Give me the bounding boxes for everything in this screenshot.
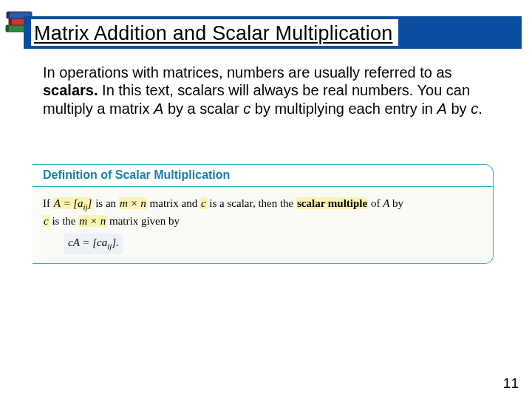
definition-body: If A = [aij] is an m × n matrix and c is… (33, 187, 493, 263)
eq: ] (88, 197, 92, 209)
dim: m × n (79, 215, 106, 227)
text: is the (50, 215, 79, 227)
text: by multiplying each entry in (250, 100, 437, 117)
text: by (447, 100, 471, 117)
formula: cA = [caij]. (64, 233, 123, 254)
slide: Matrix Addition and Scalar Multiplicatio… (0, 0, 532, 399)
var-c: c (201, 197, 206, 209)
formula-text: cA = [ca (68, 236, 107, 248)
text: is an (92, 197, 118, 209)
text: matrix given by (106, 215, 180, 227)
highlight: m × n (78, 215, 106, 227)
definition-box: Definition of Scalar Multiplication If A… (33, 164, 494, 264)
dim: m × n (120, 197, 146, 209)
svg-rect-3 (9, 18, 12, 25)
term-scalar-multiple: scalar multiple (297, 197, 367, 209)
highlight: scalar multiple (296, 197, 368, 209)
definition-title: Definition of Scalar Multiplication (43, 168, 230, 181)
text: by (389, 197, 403, 209)
formula-text: ]. (112, 236, 119, 248)
title-bar: Matrix Addition and Scalar Multiplicatio… (24, 16, 522, 49)
text: of (368, 197, 383, 209)
eq: A = [a (54, 197, 83, 209)
definition-line-1: If A = [aij] is an m × n matrix and c is… (43, 196, 482, 214)
var-A: A (154, 100, 163, 117)
highlight: A = [aij] (53, 197, 93, 209)
highlight: c (43, 215, 50, 227)
definition-header: Definition of Scalar Multiplication (33, 165, 493, 187)
text: is a scalar, then the (207, 197, 296, 209)
definition-line-2: c is the m × n matrix given by (43, 214, 482, 230)
var-c: c (44, 215, 49, 227)
page-number: 11 (503, 375, 519, 392)
svg-rect-5 (7, 12, 10, 18)
text: by a scalar (163, 100, 243, 117)
highlight: c (200, 197, 207, 209)
var-c: c (471, 100, 478, 117)
var-A: A (437, 100, 447, 117)
var-c: c (243, 100, 250, 117)
page-title: Matrix Addition and Scalar Multiplicatio… (31, 19, 398, 46)
text: . (478, 100, 482, 117)
text: matrix and (147, 197, 200, 209)
var-A: A (383, 197, 389, 209)
text: If (43, 197, 53, 209)
body-paragraph: In operations with matrices, numbers are… (43, 64, 486, 117)
term-scalars: scalars. (43, 82, 98, 98)
text: In operations with matrices, numbers are… (43, 64, 452, 81)
svg-rect-1 (6, 25, 9, 32)
highlight: m × n (119, 197, 147, 209)
